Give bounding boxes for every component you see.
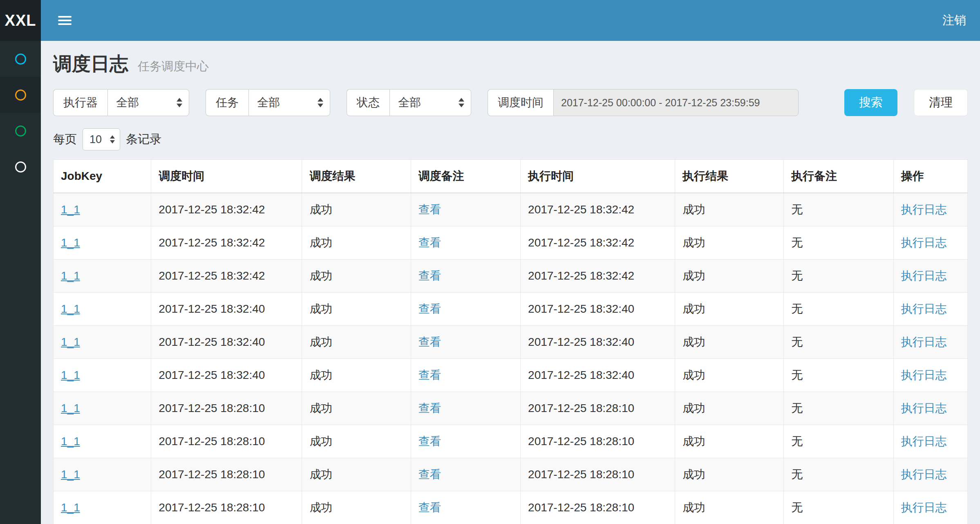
handle-time-cell: 2017-12-25 18:32:40 [521,359,675,392]
trigger-msg-link[interactable]: 查看 [418,369,441,381]
trigger-time-cell: 2017-12-25 18:32:42 [151,193,302,226]
status-select[interactable]: 全部 [389,89,471,116]
page-length-suffix: 条记录 [126,131,161,148]
table-row: 1_1 2017-12-25 18:28:10 成功 查看 2017-12-25… [54,491,968,524]
table-row: 1_1 2017-12-25 18:32:40 成功 查看 2017-12-25… [54,359,968,392]
trigger-msg-link[interactable]: 查看 [418,203,441,216]
jobkey-link[interactable]: 1_1 [61,369,80,381]
page-header: 调度日志 任务调度中心 [53,52,968,77]
header-handle-time: 执行时间 [521,160,675,193]
trigger-msg-link[interactable]: 查看 [418,402,441,414]
table-row: 1_1 2017-12-25 18:32:42 成功 查看 2017-12-25… [54,260,968,293]
handle-time-cell: 2017-12-25 18:28:10 [521,392,675,425]
exec-log-link[interactable]: 执行日志 [901,336,947,348]
table-row: 1_1 2017-12-25 18:32:40 成功 查看 2017-12-25… [54,293,968,326]
sidebar-toggle-button[interactable] [54,10,76,31]
table-row: 1_1 2017-12-25 18:28:10 成功 查看 2017-12-25… [54,392,968,425]
header-jobkey: JobKey [54,160,151,193]
sidebar [0,41,41,524]
exec-log-link[interactable]: 执行日志 [901,269,947,282]
logout-link[interactable]: 注销 [942,12,966,29]
handle-time-cell: 2017-12-25 18:28:10 [521,491,675,524]
executor-select[interactable]: 全部 [107,89,189,116]
trigger-time-filter-group: 调度时间 [488,89,799,116]
handle-result-cell: 成功 [675,226,784,260]
select-stepper-icon [110,135,115,143]
exec-log-link[interactable]: 执行日志 [901,468,947,481]
trigger-msg-link[interactable]: 查看 [418,336,441,348]
handle-msg-cell: 无 [784,326,893,359]
circle-icon [15,54,26,65]
circle-icon [15,90,26,101]
sidebar-item-4[interactable] [0,149,41,185]
job-select[interactable]: 全部 [248,89,330,116]
exec-log-link[interactable]: 执行日志 [901,302,947,315]
circle-icon [15,161,26,172]
page-length-prefix: 每页 [53,131,77,148]
header-handle-msg: 执行备注 [784,160,893,193]
trigger-result-cell: 成功 [302,193,411,226]
header-trigger-time: 调度时间 [151,160,302,193]
page-title: 调度日志 [53,53,128,74]
page-size-select[interactable]: 10 [83,128,120,150]
logo[interactable]: XXL [0,0,41,41]
trigger-msg-link[interactable]: 查看 [418,468,441,481]
trigger-msg-link[interactable]: 查看 [418,435,441,448]
trigger-time-filter-label: 调度时间 [488,89,553,116]
exec-log-link[interactable]: 执行日志 [901,369,947,381]
jobkey-link[interactable]: 1_1 [61,203,80,216]
hamburger-icon [58,16,72,25]
trigger-result-cell: 成功 [302,425,411,458]
jobkey-link[interactable]: 1_1 [61,302,80,315]
jobkey-link[interactable]: 1_1 [61,435,80,448]
select-stepper-icon [459,98,464,107]
trigger-msg-link[interactable]: 查看 [418,236,441,249]
jobkey-link[interactable]: 1_1 [61,269,80,282]
trigger-result-cell: 成功 [302,293,411,326]
table-row: 1_1 2017-12-25 18:32:42 成功 查看 2017-12-25… [54,193,968,226]
handle-time-cell: 2017-12-25 18:32:42 [521,193,675,226]
jobkey-link[interactable]: 1_1 [61,468,80,481]
exec-log-link[interactable]: 执行日志 [901,435,947,448]
handle-time-cell: 2017-12-25 18:32:40 [521,326,675,359]
trigger-result-cell: 成功 [302,260,411,293]
jobkey-link[interactable]: 1_1 [61,336,80,348]
handle-msg-cell: 无 [784,491,893,524]
search-button[interactable]: 搜索 [844,89,897,116]
filter-bar: 执行器 全部 任务 全部 状态 全部 [53,89,968,116]
sidebar-item-3[interactable] [0,113,41,149]
status-filter-label: 状态 [347,89,389,116]
main-layout: 调度日志 任务调度中心 执行器 全部 任务 全部 状态 [0,41,980,524]
handle-result-cell: 成功 [675,193,784,226]
exec-log-link[interactable]: 执行日志 [901,236,947,249]
exec-log-link[interactable]: 执行日志 [901,203,947,216]
handle-msg-cell: 无 [784,226,893,260]
handle-msg-cell: 无 [784,260,893,293]
dispatch-log-table: JobKey 调度时间 调度结果 调度备注 执行时间 执行结果 执行备注 操作 … [53,159,968,524]
jobkey-link[interactable]: 1_1 [61,402,80,414]
trigger-time-cell: 2017-12-25 18:32:40 [151,326,302,359]
clear-button[interactable]: 清理 [914,89,968,116]
logo-text: XXL [5,12,36,29]
trigger-msg-link[interactable]: 查看 [418,501,441,514]
header-handle-result: 执行结果 [675,160,784,193]
page-length-row: 每页 10 条记录 [53,128,968,150]
trigger-time-cell: 2017-12-25 18:28:10 [151,392,302,425]
trigger-time-range-input[interactable] [553,89,799,116]
jobkey-link[interactable]: 1_1 [61,501,80,514]
handle-result-cell: 成功 [675,260,784,293]
sidebar-item-2[interactable] [0,77,41,113]
page-subtitle: 任务调度中心 [138,60,209,73]
trigger-time-cell: 2017-12-25 18:32:42 [151,226,302,260]
sidebar-item-1[interactable] [0,41,41,77]
trigger-msg-link[interactable]: 查看 [418,302,441,315]
table-row: 1_1 2017-12-25 18:32:40 成功 查看 2017-12-25… [54,326,968,359]
executor-filter-label: 执行器 [53,89,107,116]
jobkey-link[interactable]: 1_1 [61,236,80,249]
job-filter-group: 任务 全部 [206,89,330,116]
trigger-time-cell: 2017-12-25 18:28:10 [151,491,302,524]
exec-log-link[interactable]: 执行日志 [901,501,947,514]
trigger-result-cell: 成功 [302,491,411,524]
trigger-msg-link[interactable]: 查看 [418,269,441,282]
exec-log-link[interactable]: 执行日志 [901,402,947,414]
